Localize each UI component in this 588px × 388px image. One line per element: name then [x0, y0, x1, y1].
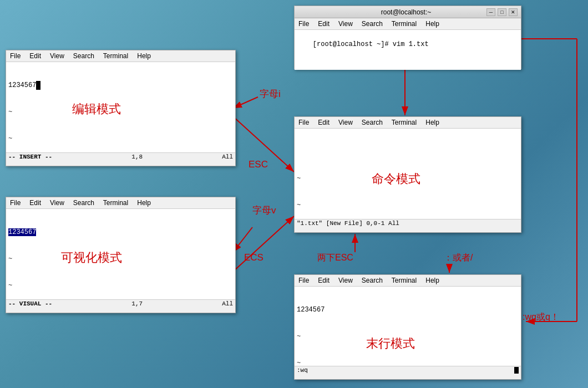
insert-content: 1234567: [8, 81, 36, 89]
menu-file-open[interactable]: File: [297, 19, 311, 28]
menu-file-visual[interactable]: File: [8, 198, 22, 207]
maximize-button-open[interactable]: □: [498, 8, 506, 16]
menu-view-normal[interactable]: View: [337, 118, 354, 127]
normal-empty-line: [297, 147, 519, 156]
tilde-n2: ~: [297, 201, 519, 210]
menu-help-normal[interactable]: Help: [424, 118, 441, 127]
menu-search-insert[interactable]: Search: [72, 52, 96, 60]
svg-line-5: [233, 227, 252, 252]
menu-edit-normal[interactable]: Edit: [316, 118, 331, 127]
menu-terminal-insert[interactable]: Terminal: [102, 52, 130, 60]
statusbar-insert: -- INSERT -- 1,8 All: [6, 152, 235, 161]
tilde-l1: ~: [297, 332, 519, 341]
menubar-insert: File Edit View Search Terminal Help: [6, 50, 235, 62]
insert-all: All: [222, 154, 233, 160]
menu-terminal-open[interactable]: Terminal: [390, 19, 418, 28]
cursor-lastline: [514, 367, 519, 374]
close-button-open[interactable]: ✕: [509, 8, 518, 16]
svg-line-6: [233, 216, 294, 272]
label-colon-or-slash: ：或者/: [444, 252, 473, 264]
menu-help-open[interactable]: Help: [424, 19, 441, 28]
visual-content: 1234567: [8, 228, 36, 236]
titlebar-open: root@localhost:~ ─ □ ✕: [295, 6, 521, 18]
tilde-1: ~: [8, 108, 233, 116]
label-letter-i: 字母i: [260, 88, 281, 100]
minimize-button-open[interactable]: ─: [486, 8, 495, 16]
svg-line-4: [233, 116, 294, 172]
label-letter-v: 字母v: [252, 204, 276, 217]
tilde-v2: ~: [8, 281, 233, 290]
menu-help-lastline[interactable]: Help: [424, 276, 441, 285]
statusbar-lastline: :wq: [295, 366, 521, 374]
menu-view-lastline[interactable]: View: [337, 276, 354, 285]
insert-pos: 1,8: [131, 154, 143, 160]
menu-file-lastline[interactable]: File: [297, 276, 311, 285]
statusbar-visual: -- VISUAL -- 1,7 All: [6, 299, 235, 308]
statusbar-normal: "1.txt" [New File] 0,0-1 All: [295, 219, 521, 227]
menubar-normal: File Edit View Search Terminal Help: [295, 117, 521, 129]
menu-search-lastline[interactable]: Search: [360, 276, 384, 285]
menu-terminal-lastline[interactable]: Terminal: [390, 276, 418, 285]
menu-view-visual[interactable]: View: [48, 198, 66, 207]
tilde-l2: ~: [297, 359, 519, 366]
menu-file-insert[interactable]: File: [8, 52, 22, 60]
terminal-body-visual: 1234567 ~ ~ ~ ~ ~ ~ ~ ~: [6, 209, 235, 299]
menubar-open: File Edit View Search Terminal Help: [295, 18, 521, 30]
menu-search-open[interactable]: Search: [360, 19, 384, 28]
tilde-n1: ~: [297, 174, 519, 183]
terminal-body-lastline: 1234567 ~ ~ ~ ~ ~ ~: [295, 287, 521, 366]
menubar-visual: File Edit View Search Terminal Help: [6, 197, 235, 209]
terminal-body-open: [root@localhost ~]# vim 1.txt: [295, 30, 521, 70]
menu-edit-open[interactable]: Edit: [316, 19, 331, 28]
terminal-window-visual: File Edit View Search Terminal Help 1234…: [6, 197, 236, 313]
tilde-v1: ~: [8, 254, 233, 263]
lastline-command: :wq: [297, 367, 308, 374]
vim-command-line: [root@localhost ~]# vim 1.txt: [313, 40, 429, 48]
terminal-window-lastline: File Edit View Search Terminal Help 1234…: [294, 274, 521, 380]
label-two-esc: 两下ESC: [317, 252, 353, 264]
menu-edit-insert[interactable]: Edit: [28, 52, 43, 60]
insert-mode-label: -- INSERT --: [8, 154, 52, 160]
label-ecs: ECS: [244, 252, 263, 263]
normal-status: "1.txt" [New File] 0,0-1 All: [297, 220, 399, 227]
label-esc: ESC: [249, 159, 268, 170]
terminal-window-normal: File Edit View Search Terminal Help ~ ~ …: [294, 116, 521, 233]
svg-line-3: [233, 97, 258, 108]
menu-terminal-visual[interactable]: Terminal: [102, 198, 130, 207]
menu-help-insert[interactable]: Help: [135, 52, 153, 60]
menu-search-normal[interactable]: Search: [360, 118, 384, 127]
label-save-quit: :wq或q！: [523, 312, 559, 323]
terminal-window-insert: File Edit View Search Terminal Help 1234…: [6, 50, 236, 166]
menu-search-visual[interactable]: Search: [72, 198, 96, 207]
menu-help-visual[interactable]: Help: [135, 198, 153, 207]
cursor-insert: [36, 81, 40, 90]
menu-edit-visual[interactable]: Edit: [28, 198, 43, 207]
tilde-2: ~: [8, 134, 233, 143]
menu-terminal-normal[interactable]: Terminal: [390, 118, 418, 127]
window-title-open: root@localhost:~: [326, 8, 486, 16]
menu-view-open[interactable]: View: [337, 19, 354, 28]
menu-edit-lastline[interactable]: Edit: [316, 276, 331, 285]
terminal-body-normal: ~ ~ ~ ~ ~ ~ ~ ~: [295, 129, 521, 219]
visual-all: All: [222, 300, 233, 307]
menu-file-normal[interactable]: File: [297, 118, 311, 127]
visual-pos: 1,7: [131, 300, 143, 307]
menubar-lastline: File Edit View Search Terminal Help: [295, 275, 521, 287]
terminal-body-insert: 1234567 ~ ~ ~ ~ ~ ~ ~ ~: [6, 62, 235, 152]
titlebar-controls-open[interactable]: ─ □ ✕: [486, 8, 518, 16]
terminal-window-open: root@localhost:~ ─ □ ✕ File Edit View Se…: [294, 6, 521, 69]
lastline-content: 1234567: [297, 306, 325, 314]
menu-view-insert[interactable]: View: [48, 52, 66, 60]
visual-mode-label: -- VISUAL --: [8, 300, 52, 307]
